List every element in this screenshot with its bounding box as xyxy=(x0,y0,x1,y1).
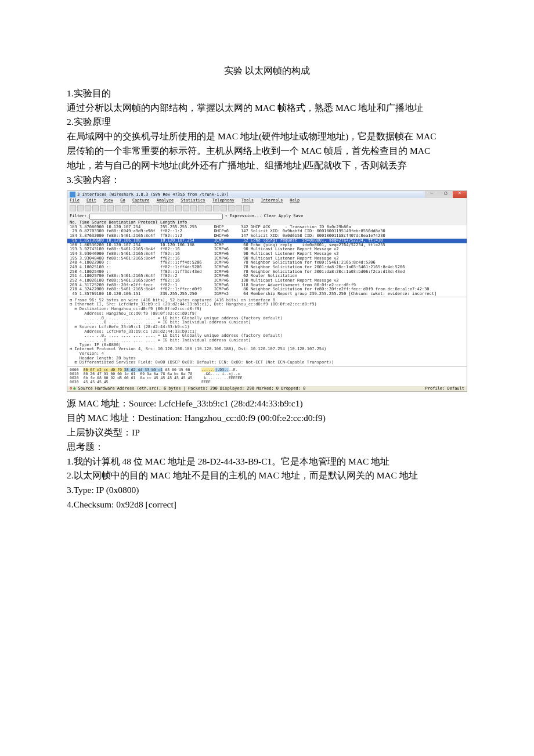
toolbar-icon[interactable] xyxy=(243,205,250,211)
packet-row[interactable]: 45 1.35769100 10.120.106.151 239.255.255… xyxy=(67,292,467,297)
filter-input[interactable] xyxy=(89,214,223,219)
menu-bar: File Edit View Go Capture Analyze Statis… xyxy=(67,198,467,204)
toolbar-icon[interactable] xyxy=(130,205,136,211)
filter-label: Filter: xyxy=(70,214,87,219)
question-1: 1.我的计算机 48 位 MAC 地址是 28-D2-44-33-B9-C1。它… xyxy=(67,455,467,469)
window-buttons: – ▢ × xyxy=(425,191,467,198)
status-left: Source Hardware Address (eth.src), 6 byt… xyxy=(78,387,305,391)
toolbar-icon[interactable] xyxy=(145,205,151,211)
toolbar-icon[interactable] xyxy=(221,205,227,211)
toolbar-icon[interactable] xyxy=(175,205,182,211)
toolbar-icon[interactable] xyxy=(107,205,114,211)
section-principle-line1: 在局域网中的交换机寻址所使用的是 MAC 地址(硬件地址或物理地址)，它是数据帧… xyxy=(67,129,467,144)
toolbar-icon[interactable] xyxy=(70,205,76,211)
window-title: 3 interfaces [Wireshark 1.8.3 (SVN Rev 4… xyxy=(77,193,229,197)
toolbar-icon[interactable] xyxy=(168,205,174,211)
minimize-button[interactable]: – xyxy=(425,191,439,198)
menu-view[interactable]: View xyxy=(103,198,113,203)
menu-analyze[interactable]: Analyze xyxy=(157,198,174,203)
toolbar-icon[interactable] xyxy=(77,205,84,211)
toolbar-icon[interactable] xyxy=(205,205,212,211)
toolbar-icon[interactable] xyxy=(115,205,121,211)
titlebar: 3 interfaces [Wireshark 1.8.3 (SVN Rev 4… xyxy=(67,191,467,198)
toolbar-icon[interactable] xyxy=(236,205,242,211)
ok-icon: ● xyxy=(73,387,75,391)
packet-list[interactable]: No. Time Source Destination Protocol Len… xyxy=(67,221,467,297)
question-3: 3.Type: IP (0x0800) xyxy=(67,483,467,498)
menu-go[interactable]: Go xyxy=(120,198,125,203)
toolbar-icon[interactable] xyxy=(190,205,197,211)
section-principle-head: 2.实验原理 xyxy=(67,115,467,129)
doc-title: 实验 以太网帧的构成 xyxy=(67,64,467,78)
menu-capture[interactable]: Capture xyxy=(132,198,150,203)
section-principle-line2: 层传输的一个非常重要的标示符。主机从网络上收到一个 MAC 帧后，首先检查目的 … xyxy=(67,144,467,159)
toolbar-icon[interactable] xyxy=(198,205,204,211)
app-icon xyxy=(70,192,75,197)
toolbar-icon[interactable] xyxy=(122,205,129,211)
menu-help[interactable]: Help xyxy=(290,198,300,203)
packet-bytes[interactable]: 0000 00 0f e2 cc d0 f9 28 d2 44 33 b9 c1… xyxy=(67,366,467,386)
menu-tools[interactable]: Tools xyxy=(241,198,254,203)
filter-actions[interactable]: Expression... Clear Apply Save xyxy=(230,214,303,219)
section-content-head: 3.实验内容： xyxy=(67,173,467,188)
toolbar xyxy=(67,204,467,213)
toolbar-icon[interactable] xyxy=(138,205,144,211)
toolbar-icon[interactable] xyxy=(85,205,91,211)
section-purpose-head: 1.实验目的 xyxy=(67,87,467,101)
menu-internals[interactable]: Internals xyxy=(261,198,283,203)
toolbar-icon[interactable] xyxy=(213,205,219,211)
menu-statistics[interactable]: Statistics xyxy=(181,198,205,203)
document-page: 实验 以太网帧的构成 1.实验目的 通过分析以太网帧的内部结构，掌握以太网的 M… xyxy=(0,0,534,512)
question-2: 2.以太网帧中的目的 MAC 地址不是目的主机的 MAC 地址，而是默认网关的 … xyxy=(67,469,467,483)
menu-edit[interactable]: Edit xyxy=(86,198,96,203)
toolbar-icon[interactable] xyxy=(160,205,167,211)
answer-dst-mac: 目的 MAC 地址：Destination: Hangzhou_cc:d0:f9… xyxy=(67,411,467,426)
section-principle-line3: 地址，若与自己的网卡地址(此外还有广播地址、组播地址)匹配就收下，否则就丢弃 xyxy=(67,159,467,173)
wireshark-screenshot: – ▢ × 3 interfaces [Wireshark 1.8.3 (SVN… xyxy=(67,190,467,392)
menu-telephony[interactable]: Telephony xyxy=(212,198,234,203)
toolbar-icon[interactable] xyxy=(228,205,234,211)
answer-proto: 上层协议类型：IP xyxy=(67,426,467,440)
status-bar: ⊘ ● Source Hardware Address (eth.src), 6… xyxy=(67,386,467,392)
maximize-button[interactable]: ▢ xyxy=(439,191,453,198)
toolbar-icon[interactable] xyxy=(92,205,99,211)
toolbar-icon[interactable] xyxy=(153,205,159,211)
section-purpose-body: 通过分析以太网帧的内部结构，掌握以太网的 MAC 帧格式，熟悉 MAC 地址和广… xyxy=(67,101,467,116)
question-4: 4.Checksum: 0x92d8 [correct] xyxy=(67,498,467,512)
packet-details[interactable]: ⊞ Frame 96: 52 bytes on wire (416 bits),… xyxy=(67,297,467,366)
filter-bar: Filter: ▾ Expression... Clear Apply Save xyxy=(67,213,467,221)
close-button[interactable]: × xyxy=(453,191,467,198)
warn-icon: ⊘ xyxy=(70,387,72,391)
toolbar-icon[interactable] xyxy=(100,205,106,211)
menu-file[interactable]: File xyxy=(70,198,80,203)
answer-src-mac: 源 MAC 地址：Source: LcfcHefe_33:b9:c1 (28:d… xyxy=(67,397,467,411)
questions-head: 思考题： xyxy=(67,440,467,455)
toolbar-icon[interactable] xyxy=(183,205,189,211)
status-right: Profile: Default xyxy=(425,387,464,391)
